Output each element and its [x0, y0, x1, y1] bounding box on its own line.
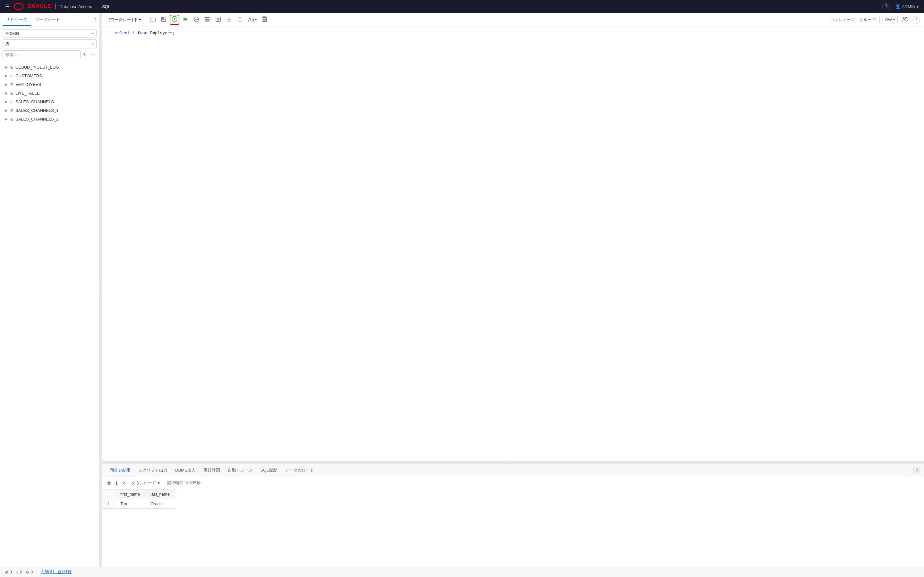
editor-help-button[interactable]: ? [913, 16, 920, 24]
user-dropdown-arrow: ▾ [917, 4, 919, 9]
result-delete-button[interactable]: 🗑 [106, 480, 112, 487]
tab-query-result[interactable]: 問合せ結果 [106, 465, 134, 476]
upload-button[interactable] [235, 15, 245, 25]
user-menu[interactable]: 👤 ADMIN ▾ [895, 4, 919, 9]
table-icon: ⊞ [10, 74, 13, 78]
table-icon: ⊞ [10, 100, 13, 104]
bottom-panel: 問合せ結果 スクリプト出力 DBMS出力 実行計画 自動トレース SQL履歴 デ… [102, 464, 924, 567]
hamburger-menu-icon[interactable]: ☰ [5, 3, 10, 10]
run-script-button[interactable] [181, 15, 190, 25]
text-format-arrow: ▾ [255, 18, 257, 21]
search-input[interactable] [3, 50, 81, 59]
worksheet-dropdown[interactable]: [ワークシート]* ▾ [106, 16, 144, 24]
run-script-icon [183, 16, 188, 22]
refresh-button[interactable]: ↻ [82, 51, 88, 59]
app-name-label: Database Actions [60, 4, 92, 9]
consumer-group-dropdown[interactable]: LOW ▾ [879, 16, 898, 23]
result-download-button[interactable]: ダウンロード ▾ [129, 479, 162, 487]
tree-item-sales-channels[interactable]: ▶ ⊞ SALES_CHANNELS [0, 97, 99, 106]
text-format-dropdown[interactable]: Aa ▾ [246, 16, 258, 24]
tab-data-load[interactable]: データのロード [281, 465, 318, 476]
tree-item-sales-channels-2[interactable]: ▶ ⊞ SALES_CHANNELS_2 [0, 115, 99, 123]
panel-resize-handle[interactable]: · · · · [99, 13, 102, 567]
expand-arrow-icon: ▶ [5, 100, 8, 103]
tree-item-cloud-ingest-log[interactable]: ▶ ⊞ CLOUD_INGEST_LOG [0, 63, 99, 71]
timestamp-link[interactable]: 0:56:31 - 合計1行 [41, 569, 71, 575]
open-button[interactable] [148, 15, 158, 25]
last-name-cell: Oracle [145, 499, 175, 509]
expand-arrow-icon: ▶ [5, 91, 8, 95]
table-name-label: LIVE_TABLE [15, 91, 40, 95]
tree-item-employees[interactable]: ▶ ⊞ EMPLOYEES [0, 80, 99, 89]
line-number-1: 1 [102, 30, 111, 37]
oracle-brand-name: ORACLE [27, 3, 51, 9]
history-button[interactable] [202, 15, 212, 25]
cancel-button[interactable] [192, 15, 201, 25]
object-type-dropdown-arrow: ▾ [92, 42, 94, 46]
text-format-label: Aa [248, 17, 254, 23]
tab-dbms-output[interactable]: DBMS出力 [171, 465, 200, 476]
table-name-employees: Employees; [150, 31, 175, 35]
svg-rect-3 [162, 17, 164, 19]
settings-status: ⚙ 0 [26, 570, 33, 574]
top-header: ☰ ORACLE Database Actions | SQL ? 👤 ADMI… [0, 0, 924, 13]
consumer-group-value: LOW [882, 17, 892, 22]
table-icon: ⊞ [10, 91, 13, 95]
tab-autotrace[interactable]: 自動トレース [224, 465, 257, 476]
table-name-label: SALES_CHANNELS [15, 99, 54, 104]
object-type-dropdown[interactable]: 表 ▾ [3, 39, 97, 48]
table-icon: ⊞ [10, 108, 13, 113]
left-panel-help-icon[interactable]: ? [94, 17, 97, 23]
worksheet-label: [ワークシート]* [109, 17, 137, 23]
code-area[interactable]: select * from Employees; [115, 29, 924, 37]
tree-item-customers[interactable]: ▶ ⊞ CUSTOMERS [0, 71, 99, 80]
logo-separator [55, 3, 56, 9]
tab-worksheet[interactable]: ワークシート [31, 14, 64, 26]
result-help-button[interactable]: ? [913, 467, 920, 474]
tree-item-live-table[interactable]: ▶ ⊞ LIVE_TABLE [0, 89, 99, 97]
save-button[interactable] [159, 15, 168, 25]
folder-icon [150, 16, 156, 22]
expand-arrow-icon: ▶ [5, 65, 8, 69]
tree-item-sales-channels-1[interactable]: ▶ ⊞ SALES_CHANNELS_1 [0, 106, 99, 115]
svg-rect-12 [205, 19, 210, 19]
warning-icon: △ [16, 570, 19, 574]
col-rownum [102, 490, 115, 499]
settings-count: 0 [31, 570, 33, 574]
warning-count: 0 [20, 570, 22, 574]
tab-sql-history[interactable]: SQL履歴 [257, 465, 281, 476]
col-last-name: last_name [145, 490, 175, 499]
run-statement-button[interactable] [170, 15, 179, 25]
result-export-button[interactable]: ↗ [121, 480, 127, 487]
tab-execution-plan[interactable]: 実行計画 [200, 465, 224, 476]
expand-arrow-icon: ▶ [5, 109, 8, 112]
warning-status: △ 0 [16, 570, 22, 574]
left-controls: ADMIN ▾ 表 ▾ ↻ ⋯ [0, 27, 99, 61]
result-table-container: first_name last_name 1 Taro Oracle [102, 489, 924, 567]
schema-dropdown[interactable]: ADMIN ▾ [3, 29, 97, 37]
delete-button[interactable] [260, 15, 269, 25]
result-info-button[interactable]: ℹ [115, 480, 118, 487]
sql-editor[interactable]: 1 select * from Employees; [102, 27, 924, 462]
download-button[interactable] [224, 15, 234, 25]
manage-users-button[interactable] [900, 15, 910, 25]
worksheet-dropdown-arrow: ▾ [139, 17, 141, 22]
svg-marker-8 [186, 18, 188, 21]
tab-navigator[interactable]: ナビゲータ [3, 14, 31, 26]
tab-script-output[interactable]: スクリプト出力 [134, 465, 171, 476]
svg-rect-13 [205, 21, 210, 21]
schema-dropdown-arrow: ▾ [92, 32, 94, 35]
upload-icon [237, 16, 243, 22]
user-profile-icon: 👤 [895, 4, 901, 9]
expand-arrow-icon: ▶ [5, 117, 8, 121]
global-help-icon[interactable]: ? [882, 3, 890, 10]
cancel-icon [194, 16, 199, 22]
header-sep: | [97, 4, 97, 9]
horizontal-splitter[interactable]: · · · · · · · · · [102, 462, 924, 464]
table-name-label: SALES_CHANNELS_1 [15, 108, 58, 113]
trash-icon [262, 16, 267, 22]
format-button[interactable] [213, 15, 223, 25]
svg-rect-22 [263, 16, 265, 17]
line-numbers: 1 [102, 29, 115, 37]
more-options-button[interactable]: ⋯ [89, 51, 97, 59]
